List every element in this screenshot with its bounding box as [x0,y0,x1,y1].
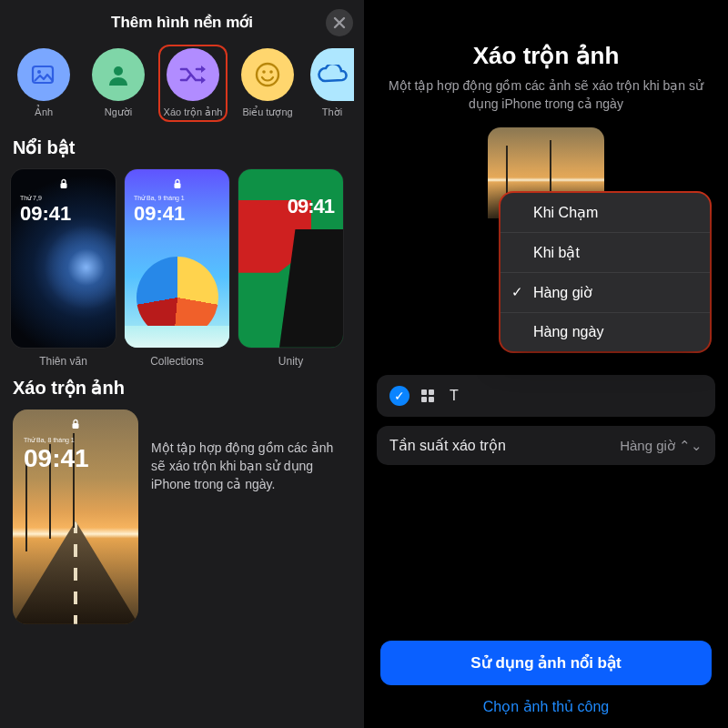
popup-option-daily[interactable]: Hàng ngày [500,313,710,351]
header: Thêm hình nền mới [0,0,364,39]
category-weather[interactable]: Thời [308,45,357,122]
setting-label: T [450,388,703,404]
use-featured-button[interactable]: Sử dụng ảnh nổi bật [380,641,712,685]
person-icon [92,48,145,101]
shuffle-preview-card[interactable]: Thứ Ba, 8 tháng 1 09:41 [13,410,138,624]
category-emoji[interactable]: Biểu tượng [233,45,302,122]
popup-option-on-wake[interactable]: Khi bật [500,233,710,273]
category-photos[interactable]: Ảnh [9,45,78,122]
notch [487,0,605,16]
category-label: Xáo trộn ảnh [164,106,223,118]
category-people[interactable]: Người [84,45,153,122]
setting-label: Tần suất xáo trộn [389,437,609,454]
category-label: Biểu tượng [242,106,292,118]
featured-card-collections[interactable]: Thứ Ba, 9 tháng 1 09:41 [125,169,229,348]
shuffle-description: Một tập hợp động gồm các ảnh sẽ xáo trộn… [151,410,351,494]
svg-point-3 [257,64,278,86]
page-subtitle: Một tập hợp động gồm các ảnh sẽ xáo trộn… [382,77,710,113]
shuffle-icon [167,48,219,101]
category-label: Người [105,106,133,118]
popup-option-label: Khi Chạm [533,205,598,220]
card-date: Thứ Ba, 9 tháng 1 [134,195,185,202]
settings-list: ✓ T Tần suất xáo trộn Hàng giờ ⌃⌄ [377,375,715,474]
featured-row[interactable]: Thứ 7,9 09:41 Thiên văn Thứ Ba, 9 tháng … [0,169,364,368]
svg-point-4 [262,70,266,74]
header-title: Thêm hình nền mới [111,13,253,32]
updown-icon: ⌃⌄ [679,438,703,453]
lock-icon [59,178,68,189]
category-scroller[interactable]: Ảnh Người Xáo trộn ảnh Biểu tượng Thời [0,39,364,127]
card-time: 09:41 [134,202,185,226]
page-title: Xáo trộn ảnh [382,42,710,70]
emoji-icon [241,48,294,101]
featured-caption: Thiên văn [11,355,116,368]
svg-point-2 [114,66,123,76]
featured-card-unity[interactable]: 09:41 [238,169,343,348]
add-wallpaper-screen: Thêm hình nền mới Ảnh Người Xáo trộn ảnh [0,0,364,728]
featured-title: Nổi bật [13,136,351,158]
svg-rect-11 [421,397,427,402]
card-time: 09:41 [24,444,89,473]
card-time: 09:41 [20,202,71,226]
svg-rect-6 [60,183,66,188]
shuffle-title: Xáo trộn ảnh [13,377,351,399]
featured-caption: Unity [238,355,343,368]
shuffle-section: Xáo trộn ảnh [0,368,364,410]
featured-card-astronomy[interactable]: Thứ 7,9 09:41 [11,169,116,348]
card-time: 09:41 [288,195,334,218]
category-label: Thời [322,106,342,118]
check-circle-icon: ✓ [389,386,410,406]
choose-manual-link[interactable]: Chọn ảnh thủ công [483,698,610,715]
popup-option-label: Khi bật [533,245,580,260]
svg-rect-10 [429,389,434,395]
shuffle-config-screen: Xáo trộn ảnh Một tập hợp động gồm các ản… [364,0,728,728]
setting-value: Hàng giờ ⌃⌄ [620,438,703,454]
card-date: Thứ 7,9 [20,195,71,202]
setting-all-checked[interactable]: ✓ T [377,375,715,417]
category-label: Ảnh [35,106,53,118]
lock-icon [71,419,80,430]
svg-rect-8 [73,423,79,429]
close-button[interactable] [326,9,353,36]
frequency-popup: Khi Chạm Khi bật ✓ Hàng giờ Hàng ngày [500,193,710,351]
svg-rect-7 [174,183,180,188]
lock-icon [173,178,182,189]
svg-point-5 [269,70,273,74]
category-shuffle[interactable]: Xáo trộn ảnh [158,45,228,122]
svg-rect-9 [421,389,427,395]
featured-caption: Collections [125,355,229,368]
featured-section: Nổi bật [0,127,364,169]
photos-icon [17,48,70,101]
cloud-icon [310,48,354,101]
card-date: Thứ Ba, 8 tháng 1 [24,437,89,444]
svg-rect-12 [429,397,434,402]
close-icon [333,16,346,29]
popup-option-label: Hàng giờ [533,285,592,300]
svg-point-1 [37,70,41,74]
popup-option-hourly[interactable]: ✓ Hàng giờ [500,273,710,313]
popup-option-on-tap[interactable]: Khi Chạm [500,193,710,233]
setting-frequency[interactable]: Tần suất xáo trộn Hàng giờ ⌃⌄ [377,426,715,465]
popup-option-label: Hàng ngày [533,324,603,339]
grid-icon [420,389,439,403]
shuffle-block: Thứ Ba, 8 tháng 1 09:41 Một tập hợp động… [0,410,364,639]
checkmark-icon: ✓ [511,284,523,300]
